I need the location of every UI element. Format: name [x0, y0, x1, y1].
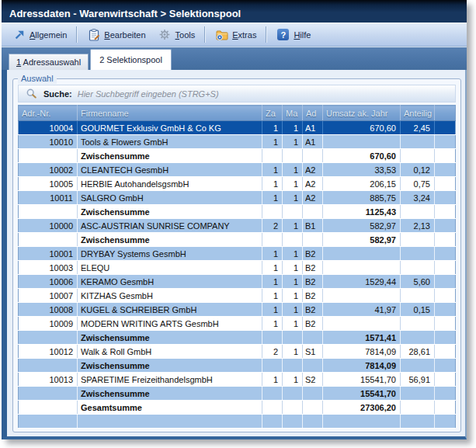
cell-ma: [283, 205, 303, 219]
cell-umsatz: [323, 289, 401, 303]
cell-nr: 10007: [19, 289, 78, 303]
cell-anteilig: 2,45: [401, 121, 435, 135]
toolbar-button-extras[interactable]: Extras: [209, 26, 262, 43]
column-header[interactable]: Firmenname: [78, 106, 262, 121]
cell-ad: A2: [303, 177, 323, 191]
cell-umsatz: 1125,43: [323, 205, 401, 219]
cell-umsatz: 1529,44: [323, 275, 401, 289]
cell-ma: [283, 359, 303, 373]
cell-spacer: [435, 401, 456, 415]
tab-adressauswahl[interactable]: 1 Adressauswahl: [9, 54, 89, 70]
cell-nr: 10002: [19, 163, 78, 177]
table-row[interactable]: 10011SALGRO GmbH11A2885,753,24: [19, 191, 456, 205]
table-row[interactable]: 10002CLEANTECH GesmbH11A233,530,12: [19, 163, 456, 177]
cell-anteilig: [401, 233, 435, 247]
cell-nr: 10000: [19, 219, 78, 233]
tab-selektionspool[interactable]: 2 Selektionspool: [90, 49, 172, 70]
cell-ad: [303, 205, 323, 219]
cell-ad: B2: [303, 317, 323, 331]
ne-arrow-icon: [12, 28, 26, 41]
cell-nr: 10006: [19, 275, 78, 289]
cell-umsatz: 670,60: [323, 121, 401, 135]
table-row-subtotal[interactable]: Zwischensumme1571,41: [19, 331, 456, 345]
cell-umsatz: [323, 135, 401, 149]
cell-umsatz: 15541,70: [323, 387, 401, 401]
table-row[interactable]: 10005HERBIE AutohandelsgsmbH11A2206,150,…: [19, 177, 456, 191]
cell-nr: 10009: [19, 317, 78, 331]
table-row-subtotal[interactable]: Zwischensumme670,60: [19, 149, 456, 163]
table-row[interactable]: 10006KERAMO GesmbH11B21529,445,60: [19, 275, 456, 289]
cell-anteilig: [401, 401, 435, 415]
table-row-subtotal[interactable]: Zwischensumme15541,70: [19, 387, 456, 401]
cell-ad: [303, 233, 323, 247]
cell-spacer: [435, 359, 456, 373]
cell-ma: 1: [283, 275, 303, 289]
cell-umsatz: 15541,70: [323, 373, 401, 387]
table-row-subtotal[interactable]: Zwischensumme7814,09: [19, 359, 456, 373]
cell-ad: A1: [303, 135, 323, 149]
table-row[interactable]: 10001DRYBAY Systems GesmbH11B2: [19, 247, 456, 261]
cell-nr: [19, 205, 78, 219]
toolbar-separator: [76, 26, 78, 43]
cell-za: [262, 149, 283, 163]
table-row-subtotal[interactable]: Zwischensumme582,97: [19, 233, 456, 247]
table-row[interactable]: 10007KITZHAS GesmbH11B2: [19, 289, 456, 303]
cell-anteilig: 0,75: [401, 177, 435, 191]
cell-name: SALGRO GmbH: [78, 191, 262, 205]
cell-za: 1: [262, 373, 283, 387]
toolbar-button-label: Allgemein: [30, 30, 67, 40]
cell-anteilig: 2,13: [401, 219, 435, 233]
cell-ma: [283, 415, 303, 429]
clipboard-icon: [87, 28, 100, 41]
table-row[interactable]: 10004GOURMET Exklusiv GmbH & Co KG11A167…: [19, 121, 456, 135]
table-row[interactable]: 10003ELEQU11B2: [19, 261, 456, 275]
cell-anteilig: 28,61: [401, 345, 435, 359]
table-row[interactable]: 10012Walk & Roll GmbH21S17814,0928,61: [19, 345, 456, 359]
cell-umsatz: [323, 261, 401, 275]
toolbar-separator: [266, 26, 267, 43]
cell-ma: [283, 233, 303, 247]
column-header[interactable]: Ad: [303, 106, 323, 121]
toolbar-button-label: Extras: [232, 30, 256, 40]
column-header[interactable]: Umsatz ak. Jahr: [323, 106, 401, 121]
table-header-row: Adr.-Nr.FirmennameZaMaAdUmsatz ak. JahrA…: [19, 106, 456, 121]
table-row[interactable]: 10010Tools & Flowers GmbH11A1: [19, 135, 456, 149]
cell-name: ASC-AUSTRIAN SUNRISE COMPANY: [78, 219, 262, 233]
toolbar-button-allgemein[interactable]: Allgemein: [6, 26, 73, 43]
cell-name: Zwischensumme: [78, 359, 262, 373]
cell-spacer: [435, 177, 456, 191]
search-label: Suche:: [43, 89, 72, 99]
column-header[interactable]: [435, 106, 456, 121]
cell-ad: [303, 415, 323, 429]
toolbar-button-bearbeiten[interactable]: Bearbeiten: [81, 26, 151, 43]
cell-name: HERBIE AutohandelsgsmbH: [78, 177, 262, 191]
table-row[interactable]: 10009MODERN WRITING ARTS GesmbH11B2: [19, 317, 456, 331]
cell-anteilig: [401, 261, 435, 275]
table-row-total[interactable]: Gesamtsumme27306,20: [19, 401, 456, 415]
column-header[interactable]: Anteilig: [401, 106, 435, 121]
cell-anteilig: [401, 387, 435, 401]
cell-nr: [19, 233, 78, 247]
column-header[interactable]: Ma: [283, 106, 303, 121]
toolbar-separator: [204, 26, 206, 43]
toolbar-button-hilfe[interactable]: ?Hilfe: [270, 26, 317, 43]
cell-ma: 1: [283, 261, 303, 275]
table-row[interactable]: 10008KUGEL & SCHREIBER GmbH11B241,970,15: [19, 303, 456, 317]
cell-anteilig: 0,15: [401, 303, 435, 317]
toolbar-button-tools[interactable]: Tools: [152, 26, 202, 43]
search-input[interactable]: Suche: Hier Suchbegriff eingeben (STRG+S…: [18, 85, 456, 102]
cell-anteilig: [401, 317, 435, 331]
cell-za: [262, 359, 283, 373]
column-header[interactable]: Za: [262, 106, 283, 121]
cell-za: 1: [262, 261, 283, 275]
cell-ma: [283, 401, 303, 415]
cell-ad: B2: [303, 275, 323, 289]
cell-nr: 10005: [19, 177, 78, 191]
table-row[interactable]: 10000ASC-AUSTRIAN SUNRISE COMPANY21B1582…: [19, 219, 456, 233]
cell-anteilig: [401, 135, 435, 149]
cell-name: [78, 415, 262, 429]
column-header[interactable]: Adr.-Nr.: [19, 106, 78, 121]
table-row-subtotal[interactable]: Zwischensumme1125,43: [19, 205, 456, 219]
cell-umsatz: 670,60: [323, 149, 401, 163]
table-row[interactable]: 10013SPARETIME FreizeithandelsgmbH11S215…: [19, 373, 456, 387]
